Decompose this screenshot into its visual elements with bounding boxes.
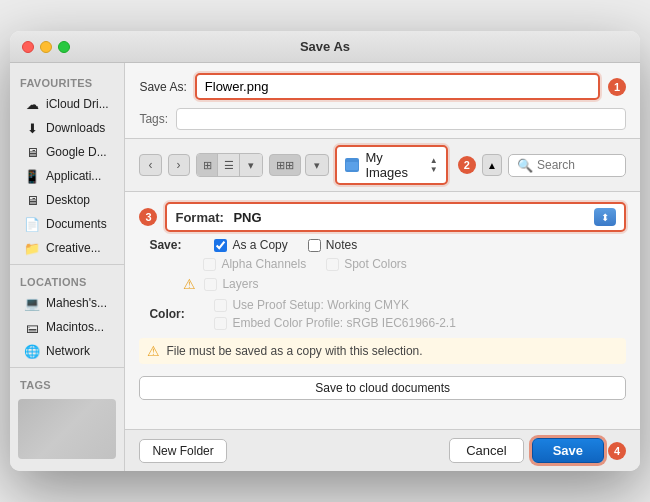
layers-checkbox-item[interactable]: Layers — [204, 277, 258, 291]
sidebar-item-label: Macintos... — [46, 320, 104, 334]
bottom-annotation: Save 4 — [532, 438, 626, 463]
warning-icon: ⚠ — [183, 276, 196, 292]
sidebar-item-creative[interactable]: 📁 Creative... — [14, 237, 120, 259]
location-arrows: ▲ ▼ — [430, 156, 438, 174]
sidebar-item-label: Documents — [46, 217, 107, 231]
save-button[interactable]: Save — [532, 438, 604, 463]
warning-message: ⚠ File must be saved as a copy with this… — [139, 338, 626, 364]
google-drive-icon: 🖥 — [24, 144, 40, 160]
spot-colors-checkbox-item[interactable]: Spot Colors — [326, 257, 407, 271]
save-as-row: Save As: 1 — [139, 73, 626, 100]
layers-row: ⚠ Layers — [149, 276, 626, 292]
minimize-button[interactable] — [40, 41, 52, 53]
location-name: My Images — [365, 150, 421, 180]
sidebar-item-label: Network — [46, 344, 90, 358]
sidebar-item-documents[interactable]: 📄 Documents — [14, 213, 120, 235]
view-options-button[interactable]: ▾ — [305, 154, 329, 176]
sidebar-item-macintosh[interactable]: 🖴 Macintos... — [14, 316, 120, 338]
tags-input[interactable] — [176, 108, 626, 130]
dialog-title: Save As — [300, 39, 350, 54]
cloud-documents-button[interactable]: Save to cloud documents — [139, 376, 626, 400]
mahesh-icon: 💻 — [24, 295, 40, 311]
as-copy-checkbox-item[interactable]: As a Copy — [214, 238, 287, 252]
titlebar: Save As — [10, 31, 640, 63]
options-area: 3 Format: PNG ⬍ Save: As a Copy — [125, 192, 640, 429]
icon-view-button[interactable]: ⊞ — [197, 154, 219, 176]
network-icon: 🌐 — [24, 343, 40, 359]
sidebar-item-label: Creative... — [46, 241, 101, 255]
save-as-dialog: Save As Favourites ☁ iCloud Dri... ⬇ Dow… — [10, 31, 640, 471]
view-dropdown-button[interactable]: ▾ — [240, 154, 262, 176]
sidebar-item-downloads[interactable]: ⬇ Downloads — [14, 117, 120, 139]
creative-icon: 📁 — [24, 240, 40, 256]
sidebar-item-label: Desktop — [46, 193, 90, 207]
notes-checkbox-item[interactable]: Notes — [308, 238, 357, 252]
icloud-icon: ☁ — [24, 96, 40, 112]
sidebar-item-network[interactable]: 🌐 Network — [14, 340, 120, 362]
folder-icon — [345, 158, 359, 172]
sidebar-item-label: Google D... — [46, 145, 107, 159]
location-dropdown[interactable]: My Images ▲ ▼ — [335, 145, 448, 185]
locations-label: Locations — [10, 270, 124, 290]
alpha-spot-row: Alpha Channels Spot Colors — [149, 257, 626, 271]
forward-button[interactable]: › — [168, 154, 190, 176]
warning-text: File must be saved as a copy with this s… — [166, 344, 422, 358]
close-button[interactable] — [22, 41, 34, 53]
tags-row: Tags: — [139, 108, 626, 130]
color-row: Color: Use Proof Setup: Working CMYK Emb… — [139, 298, 626, 330]
alpha-channels-checkbox-item[interactable]: Alpha Channels — [203, 257, 306, 271]
save-as-input[interactable] — [195, 73, 600, 100]
tags-color-area — [18, 399, 116, 459]
applications-icon: 📱 — [24, 168, 40, 184]
use-proof-checkbox[interactable] — [214, 299, 227, 312]
annotation-4: 4 — [608, 442, 626, 460]
layers-checkbox[interactable] — [204, 278, 217, 291]
favourites-label: Favourites — [10, 71, 124, 91]
format-dropdown[interactable]: ⬍ — [594, 208, 616, 226]
search-input[interactable] — [537, 158, 617, 172]
new-folder-button[interactable]: New Folder — [139, 439, 226, 463]
as-copy-checkbox[interactable] — [214, 239, 227, 252]
spot-colors-checkbox[interactable] — [326, 258, 339, 271]
back-button[interactable]: ‹ — [139, 154, 161, 176]
annotation-3: 3 — [139, 208, 157, 226]
downloads-icon: ⬇ — [24, 120, 40, 136]
sidebar-item-applications[interactable]: 📱 Applicati... — [14, 165, 120, 187]
annotation-2: 2 — [458, 156, 476, 174]
sidebar: Favourites ☁ iCloud Dri... ⬇ Downloads 🖥… — [10, 63, 125, 471]
sidebar-item-google[interactable]: 🖥 Google D... — [14, 141, 120, 163]
format-row: Format: PNG ⬍ — [165, 202, 626, 232]
sidebar-item-desktop[interactable]: 🖥 Desktop — [14, 189, 120, 211]
expand-button[interactable]: ▲ — [482, 154, 502, 176]
embed-profile-checkbox-item[interactable]: Embed Color Profile: sRGB IEC61966-2.1 — [214, 316, 455, 330]
save-as-label: Save As: — [139, 80, 186, 94]
format-value: PNG — [233, 210, 586, 225]
sidebar-item-mahesh[interactable]: 💻 Mahesh's... — [14, 292, 120, 314]
cancel-button[interactable]: Cancel — [449, 438, 523, 463]
embed-profile-label: Embed Color Profile: sRGB IEC61966-2.1 — [232, 316, 455, 330]
use-proof-checkbox-item[interactable]: Use Proof Setup: Working CMYK — [214, 298, 455, 312]
column-view-button[interactable]: ⊞⊞ — [269, 154, 301, 176]
sidebar-item-label: Downloads — [46, 121, 105, 135]
view-toggle: ⊞ ☰ ▾ — [196, 153, 264, 177]
spot-colors-label: Spot Colors — [344, 257, 407, 271]
sidebar-item-label: Applicati... — [46, 169, 101, 183]
top-bar: Save As: 1 Tags: — [125, 63, 640, 139]
warning-triangle-icon: ⚠ — [147, 343, 160, 359]
notes-checkbox[interactable] — [308, 239, 321, 252]
embed-profile-checkbox[interactable] — [214, 317, 227, 330]
search-icon: 🔍 — [517, 158, 533, 173]
svg-rect-1 — [346, 162, 358, 170]
as-copy-label: As a Copy — [232, 238, 287, 252]
sidebar-item-icloud[interactable]: ☁ iCloud Dri... — [14, 93, 120, 115]
list-view-button[interactable]: ☰ — [218, 154, 240, 176]
layers-label: Layers — [222, 277, 258, 291]
alpha-channels-label: Alpha Channels — [221, 257, 306, 271]
color-label: Color: — [149, 307, 194, 321]
macintosh-icon: 🖴 — [24, 319, 40, 335]
search-box: 🔍 — [508, 154, 626, 177]
save-row: Save: As a Copy Notes — [149, 238, 626, 252]
window-controls — [22, 41, 70, 53]
maximize-button[interactable] — [58, 41, 70, 53]
alpha-channels-checkbox[interactable] — [203, 258, 216, 271]
